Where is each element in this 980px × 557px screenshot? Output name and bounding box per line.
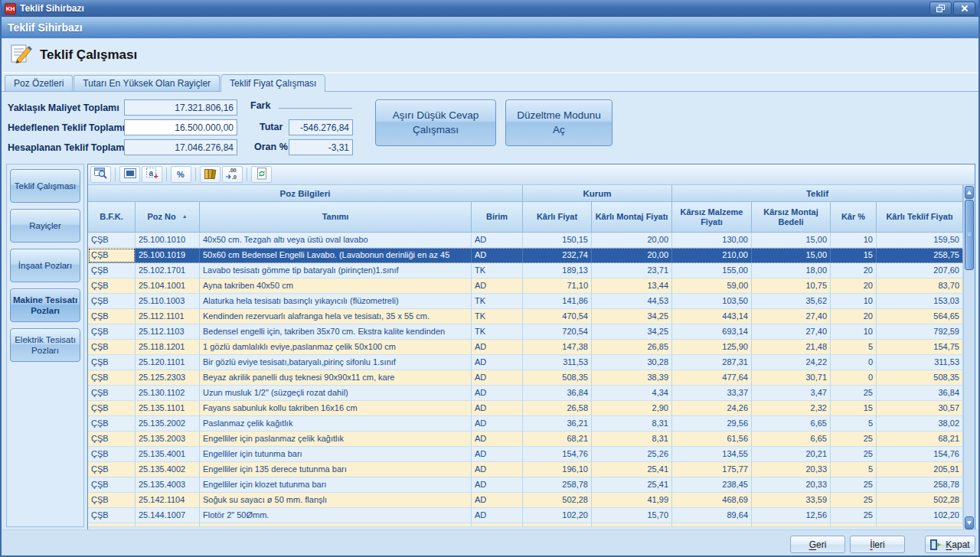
table-row[interactable]: ÇŞB25.135.2003Engelliler için paslanmaz …	[88, 432, 963, 447]
table-cell[interactable]: 141,86	[523, 294, 592, 309]
column-header-birim[interactable]: Birim	[472, 202, 523, 233]
table-cell[interactable]: Uzun musluk 1/2" (süzgeçli rozat dahil)	[200, 386, 472, 401]
table-cell[interactable]: Engelliler için tutunma barı	[200, 447, 472, 462]
table-row[interactable]: ÇŞB25.135.2002Paslanmaz çelik kağıtlıkAD…	[88, 416, 963, 432]
table-cell[interactable]: 36,21	[523, 416, 592, 432]
asiri-dusuk-cevap-button[interactable]: Aşırı Düşük Cevap Çalışması	[375, 99, 496, 146]
table-cell[interactable]: 6,65	[752, 432, 831, 447]
table-cell[interactable]: AD	[472, 233, 523, 248]
table-cell[interactable]: 10	[831, 233, 877, 248]
table-cell[interactable]: 0	[831, 355, 877, 370]
table-cell[interactable]: 443,14	[672, 309, 752, 324]
table-cell[interactable]: 71,10	[523, 278, 592, 294]
table-cell[interactable]: 29,56	[672, 416, 752, 432]
table-cell[interactable]: 25.144.1007	[136, 508, 200, 523]
hesaplanan-teklif-field[interactable]	[124, 139, 237, 155]
column-header-tan-m[interactable]: Tanımı	[200, 202, 472, 233]
table-row[interactable]: ÇŞB25.100.101040x50 cm. Tezgah altı veya…	[88, 233, 963, 248]
table-cell[interactable]: 25.135.4001	[136, 447, 200, 462]
table-row[interactable]: ÇŞB25.102.1701Lavabo tesisatı gömme tip …	[88, 263, 963, 278]
table-cell[interactable]: ÇŞB	[88, 278, 136, 294]
table-cell[interactable]: 15,00	[752, 248, 831, 263]
table-cell[interactable]: 258,75	[877, 248, 963, 263]
table-cell[interactable]: 508,35	[877, 370, 963, 386]
table-cell[interactable]: 27,40	[752, 309, 831, 324]
table-cell[interactable]: Engelliler için klozet tutunma barı	[200, 477, 472, 493]
table-cell[interactable]: 154,76	[523, 447, 592, 462]
table-cell[interactable]: 68,21	[877, 432, 963, 447]
table-cell[interactable]: TK	[472, 294, 523, 309]
sidebar-item-i-n-aat-pozlar[interactable]: İnşaat Pozları	[10, 249, 80, 282]
table-cell[interactable]: 102,20	[523, 508, 592, 523]
table-cell[interactable]: 25.135.4002	[136, 462, 200, 477]
table-cell[interactable]: 20	[831, 309, 877, 324]
table-cell[interactable]: AD	[472, 477, 523, 493]
table-cell[interactable]: 25.125.2303	[136, 370, 200, 386]
table-cell[interactable]: 125,90	[672, 340, 752, 355]
hedeflenen-teklif-field[interactable]	[124, 119, 237, 135]
table-cell[interactable]: 8,31	[592, 416, 672, 432]
percent-button[interactable]: %	[171, 166, 191, 183]
table-cell[interactable]: ÇŞB	[88, 340, 136, 355]
table-cell[interactable]: 30,28	[592, 355, 672, 370]
table-row[interactable]: ÇŞB25.110.1003Alaturka hela tesisatı bas…	[88, 294, 963, 309]
table-cell[interactable]: 3,47	[752, 386, 831, 401]
table-cell[interactable]: 103,50	[672, 294, 752, 309]
table-cell[interactable]: 5	[831, 462, 877, 477]
table-cell[interactable]: 15	[831, 401, 877, 416]
table-cell[interactable]: Kendinden rezervuarlı alafranga hela ve …	[200, 309, 472, 324]
table-cell[interactable]: 15,00	[752, 233, 831, 248]
table-cell[interactable]: 470,54	[523, 309, 592, 324]
table-cell[interactable]: 792,59	[877, 324, 963, 340]
vertical-scrollbar[interactable]: ≡	[963, 185, 975, 530]
table-cell[interactable]: Lavabo tesisatı gömme tip bataryalı (pir…	[200, 263, 472, 278]
table-cell[interactable]: ÇŞB	[88, 309, 136, 324]
table-cell[interactable]: 130,00	[672, 233, 752, 248]
table-cell[interactable]: 25	[831, 447, 877, 462]
table-cell[interactable]: 311,53	[877, 355, 963, 370]
table-cell[interactable]: 24,22	[752, 355, 831, 370]
scroll-thumb[interactable]: ≡	[965, 200, 974, 270]
table-cell[interactable]: 153,03	[877, 294, 963, 309]
table-cell[interactable]: 25.100.1019	[136, 248, 200, 263]
tutar-field[interactable]	[289, 119, 353, 135]
table-cell[interactable]: AD	[472, 370, 523, 386]
table-cell[interactable]: ÇŞB	[88, 263, 136, 278]
duzeltme-modunu-ac-button[interactable]: Düzeltme Modunu Aç	[505, 99, 612, 146]
column-header-b-f-k[interactable]: B.F.K.	[88, 202, 136, 233]
table-cell[interactable]: 13,44	[592, 278, 672, 294]
column-header-k-rs-z-malzeme-fiyat[interactable]: Kârsız Malzeme Fiyatı	[672, 202, 752, 233]
table-cell[interactable]: 25	[831, 508, 877, 523]
table-cell[interactable]: AD	[472, 462, 523, 477]
table-cell[interactable]: 25.112.1103	[136, 324, 200, 340]
table-cell[interactable]: 25.135.1101	[136, 401, 200, 416]
table-cell[interactable]: 8,31	[592, 432, 672, 447]
column-header-k-rl-montaj-fiyat[interactable]: Kârlı Montaj Fiyatı	[592, 202, 672, 233]
table-row[interactable]: ÇŞB25.104.1001Ayna takriben 40x50 cmAD71…	[88, 278, 963, 294]
table-cell[interactable]: 18,00	[752, 263, 831, 278]
table-row[interactable]: ÇŞB25.144.1007Flotör 2" 50Ømm.AD102,2015…	[88, 508, 963, 523]
tab-poz-zetleri[interactable]: Poz Özetleri	[5, 75, 73, 91]
table-cell[interactable]: Soğuk su sayacı ø 50 mm. flanşlı	[200, 493, 472, 508]
i-leri-button[interactable]: İleri	[850, 536, 905, 553]
table-cell[interactable]: Flotör 2" 50Ømm.	[200, 508, 472, 523]
table-cell[interactable]: AD	[472, 508, 523, 523]
table-cell[interactable]: 175,77	[672, 462, 752, 477]
refresh-button[interactable]	[251, 166, 272, 183]
table-cell[interactable]: 33,37	[672, 386, 752, 401]
table-cell[interactable]: AD	[472, 493, 523, 508]
window-titlebar[interactable]: KH Teklif Sihirbazı	[2, 0, 978, 17]
table-cell[interactable]: AD	[472, 386, 523, 401]
table-cell[interactable]: ÇŞB	[88, 386, 136, 401]
table-cell[interactable]: 2,90	[592, 401, 672, 416]
table-cell[interactable]: 5	[831, 416, 877, 432]
table-cell[interactable]: AD	[472, 248, 523, 263]
sidebar-item-rayi-ler[interactable]: Rayiçler	[10, 209, 80, 243]
table-cell[interactable]: 21,48	[752, 340, 831, 355]
table-cell[interactable]: 30,71	[752, 370, 831, 386]
table-cell[interactable]: Bir gözlü eviye tesisatı,bataryalı,pirin…	[200, 355, 472, 370]
table-cell[interactable]: TK	[472, 309, 523, 324]
table-cell[interactable]: 693,14	[672, 324, 752, 340]
table-row[interactable]: ÇŞB25.130.1102Uzun musluk 1/2" (süzgeçli…	[88, 386, 963, 401]
table-row[interactable]: ÇŞB25.120.1101Bir gözlü eviye tesisatı,b…	[88, 355, 963, 370]
